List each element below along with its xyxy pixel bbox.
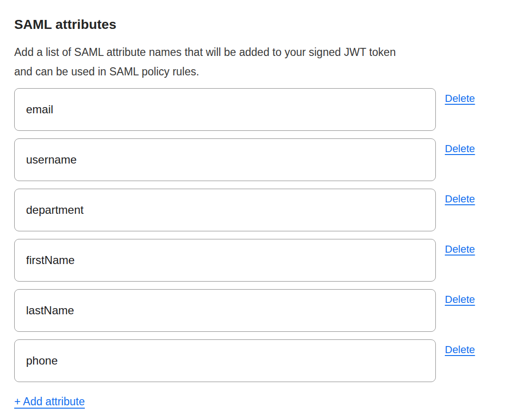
delete-link[interactable]: Delete — [445, 344, 475, 356]
saml-attributes-section: SAML attributes Add a list of SAML attri… — [0, 0, 505, 420]
delete-link[interactable]: Delete — [445, 143, 475, 155]
attribute-input[interactable] — [14, 339, 436, 382]
section-description-line-1: Add a list of SAML attribute names that … — [14, 43, 491, 62]
attribute-input[interactable] — [14, 189, 436, 231]
attribute-row: Delete — [14, 339, 491, 382]
delete-link[interactable]: Delete — [445, 243, 475, 256]
attribute-input[interactable] — [14, 239, 436, 282]
delete-link[interactable]: Delete — [445, 92, 475, 105]
section-description: Add a list of SAML attribute names that … — [14, 43, 491, 82]
attribute-input[interactable] — [14, 88, 436, 131]
attribute-row: Delete — [14, 189, 491, 231]
attribute-input[interactable] — [14, 138, 436, 181]
attribute-input[interactable] — [14, 289, 436, 332]
section-description-line-2: and can be used in SAML policy rules. — [14, 62, 491, 82]
attribute-row: Delete — [14, 88, 491, 131]
attribute-row: Delete — [14, 289, 491, 332]
attribute-row: Delete — [14, 239, 491, 282]
add-attribute-link[interactable]: + Add attribute — [14, 395, 85, 408]
page-title: SAML attributes — [14, 17, 491, 32]
delete-link[interactable]: Delete — [445, 193, 475, 205]
attribute-list: Delete Delete Delete Delete Delete Delet… — [14, 88, 491, 382]
delete-link[interactable]: Delete — [445, 293, 475, 306]
attribute-row: Delete — [14, 138, 491, 181]
